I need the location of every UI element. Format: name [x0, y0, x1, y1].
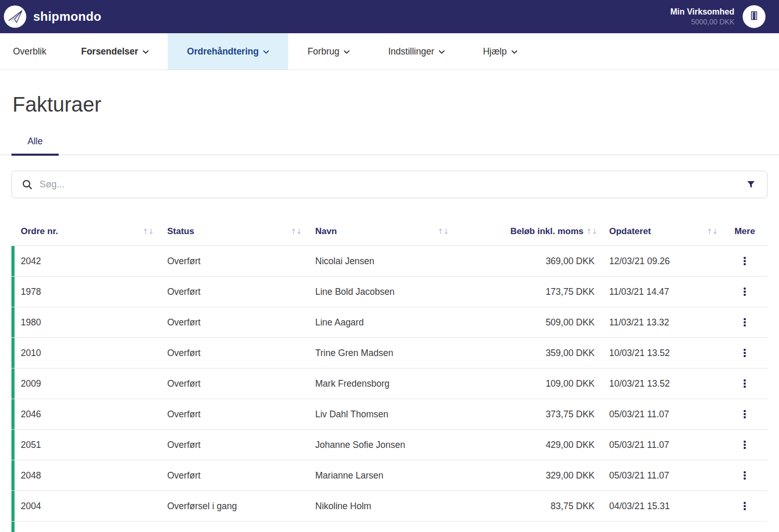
- cell-name: Nikoline Holm: [305, 491, 452, 521]
- kebab-menu-icon[interactable]: [740, 376, 750, 391]
- kebab-menu-icon[interactable]: [740, 438, 750, 452]
- account-balance: 5000,00 DKK: [670, 17, 734, 26]
- table-row[interactable]: 2051OverførtJohanne Sofie Jonsen429,00 D…: [11, 430, 768, 460]
- cell-more: [722, 399, 768, 429]
- nav-item-forbrug[interactable]: Forbrug: [288, 33, 369, 70]
- tab-bar: Alle: [0, 129, 779, 155]
- cell-more: [722, 246, 768, 276]
- cell-order: 1978: [11, 277, 157, 307]
- cell-amount: 373,75 DKK: [452, 399, 597, 429]
- column-header-amount[interactable]: Beløb inkl. moms ↑↓: [452, 226, 597, 237]
- cell-updated: 05/03/21 11.07: [597, 399, 722, 429]
- chevron-down-icon: [439, 50, 445, 54]
- chevron-down-icon: [344, 50, 350, 54]
- cell-amount: 109,00 DKK: [452, 369, 597, 399]
- cell-order: 2010: [11, 338, 157, 368]
- cell-order: 2046: [11, 399, 157, 429]
- table-row[interactable]: 1980OverførtLine Aagard509,00 DKK11/03/2…: [11, 307, 768, 338]
- sort-icon[interactable]: ↑↓: [586, 227, 597, 236]
- kebab-menu-icon[interactable]: [740, 254, 750, 268]
- nav-item-hj-lp[interactable]: Hjælp: [464, 33, 536, 70]
- chevron-down-icon: [263, 50, 269, 54]
- column-header-name[interactable]: Navn ↑↓: [305, 226, 452, 237]
- kebab-menu-icon[interactable]: [740, 346, 750, 360]
- cell-status: Overført: [157, 338, 305, 368]
- cell-status: Overførsel i gang: [157, 491, 305, 521]
- cell-status: Overført: [157, 369, 305, 399]
- nav-item-label: Forbrug: [307, 46, 339, 57]
- table-row[interactable]: 2048OverførtMarianne Larsen329,00 DKK05/…: [11, 460, 768, 491]
- cell-updated: 10/03/21 13.52: [597, 369, 722, 399]
- nav-item-ordreh-ndtering[interactable]: Ordrehåndtering: [168, 33, 288, 70]
- account-text: Min Virksomhed 5000,00 DKK: [670, 7, 734, 27]
- cell-status: Overført: [157, 460, 305, 490]
- column-label: Status: [167, 226, 194, 237]
- table-row[interactable]: 2010OverførtTrine Gren Madsen359,00 DKK1…: [11, 338, 768, 369]
- company-avatar[interactable]: [743, 5, 765, 28]
- column-header-more: Mere: [722, 226, 768, 237]
- kebab-menu-icon[interactable]: [740, 407, 750, 421]
- cell-more: [722, 491, 768, 521]
- table-row[interactable]: 2004Overførsel i gangNikoline Holm83,75 …: [11, 491, 768, 522]
- nav-item-indstillinger[interactable]: Indstillinger: [369, 33, 464, 70]
- cell-more: [722, 307, 768, 337]
- table-row[interactable]: 2009OverførtMark Fredensborg109,00 DKK10…: [11, 369, 768, 399]
- cell-more: [722, 460, 768, 490]
- cell-more: [722, 369, 768, 399]
- column-header-updated[interactable]: Opdateret ↑↓: [597, 226, 722, 237]
- account-menu[interactable]: Min Virksomhed 5000,00 DKK: [670, 5, 765, 28]
- column-label: Opdateret: [609, 226, 651, 237]
- cell-order: 2042: [11, 246, 157, 276]
- cell-amount: 509,00 DKK: [452, 307, 597, 337]
- kebab-menu-icon[interactable]: [740, 315, 750, 330]
- sort-icon[interactable]: ↑↓: [143, 227, 154, 236]
- shipmondo-logo-icon: [3, 5, 27, 29]
- column-header-status[interactable]: Status ↑↓: [157, 226, 305, 237]
- tab-alle[interactable]: Alle: [11, 129, 59, 156]
- main-nav: OverblikForsendelserOrdrehåndteringForbr…: [0, 33, 779, 70]
- invoices-table: Ordre nr. ↑↓ Status ↑↓ Navn ↑↓ Beløb ink…: [11, 217, 768, 532]
- cell-name: Line Bold Jacobsen: [305, 277, 452, 307]
- kebab-menu-icon[interactable]: [740, 468, 750, 483]
- table-row[interactable]: 1978OverførtLine Bold Jacobsen173,75 DKK…: [11, 277, 768, 307]
- nav-item-overblik[interactable]: Overblik: [0, 33, 62, 70]
- kebab-menu-icon[interactable]: [740, 499, 750, 513]
- sort-icon[interactable]: ↑↓: [438, 227, 449, 236]
- table-row-partial[interactable]: [11, 522, 768, 532]
- column-header-order[interactable]: Ordre nr. ↑↓: [11, 226, 157, 237]
- cell-updated: 05/03/21 11.07: [597, 460, 722, 490]
- cell-amount: 83,75 DKK: [452, 491, 597, 521]
- cell-amount: 329,00 DKK: [452, 460, 597, 490]
- cell-updated: 11/03/21 14.47: [597, 277, 722, 307]
- search-input[interactable]: [39, 179, 738, 190]
- nav-item-forsendelser[interactable]: Forsendelser: [62, 33, 168, 70]
- brand[interactable]: shipmondo: [3, 5, 101, 29]
- cell-amount: 359,00 DKK: [452, 338, 597, 368]
- table-row[interactable]: 2046OverførtLiv Dahl Thomsen373,75 DKK05…: [11, 399, 768, 430]
- cell-name: Marianne Larsen: [305, 460, 452, 490]
- filter-icon[interactable]: [745, 179, 757, 190]
- sort-icon[interactable]: ↑↓: [707, 227, 718, 236]
- cell-amount: 173,75 DKK: [452, 277, 597, 307]
- column-label: Mere: [734, 226, 755, 237]
- cell-order: 2048: [11, 460, 157, 490]
- content: Fakturaer Alle Ordre nr. ↑↓ Status ↑↓: [0, 93, 779, 532]
- sort-icon[interactable]: ↑↓: [291, 227, 302, 236]
- cell-order: 1980: [11, 307, 157, 337]
- cell-name: Mark Fredensborg: [305, 369, 452, 399]
- cell-status: Overført: [157, 307, 305, 337]
- nav-item-label: Indstillinger: [388, 46, 434, 57]
- kebab-menu-icon[interactable]: [740, 284, 750, 299]
- brand-name: shipmondo: [33, 9, 101, 24]
- cell-updated: 10/03/21 13.52: [597, 338, 722, 368]
- cell-updated: 11/03/21 13.32: [597, 307, 722, 337]
- cell-order: 2009: [11, 369, 157, 399]
- cell-order: 2051: [11, 430, 157, 460]
- account-name: Min Virksomhed: [670, 7, 734, 18]
- column-label: Beløb inkl. moms: [511, 226, 584, 237]
- table-row[interactable]: 2042OverførtNicolai Jensen369,00 DKK12/0…: [11, 246, 768, 277]
- cell-updated: 05/03/21 11.07: [597, 430, 722, 460]
- column-label: Navn: [315, 226, 337, 237]
- cell-updated: 12/03/21 09.26: [597, 246, 722, 276]
- table-header: Ordre nr. ↑↓ Status ↑↓ Navn ↑↓ Beløb ink…: [11, 217, 768, 246]
